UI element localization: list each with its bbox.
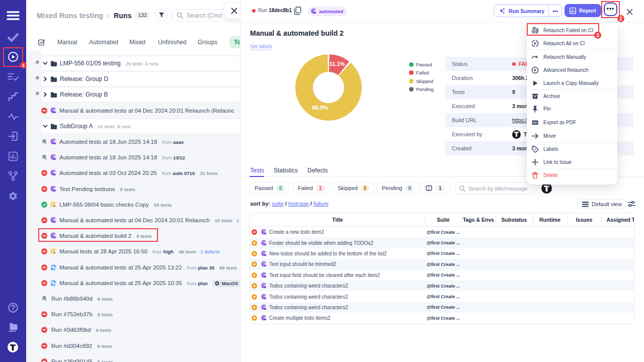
svg-text:11.1%: 11.1% — [330, 61, 345, 67]
svg-text:88.9%: 88.9% — [312, 105, 328, 111]
